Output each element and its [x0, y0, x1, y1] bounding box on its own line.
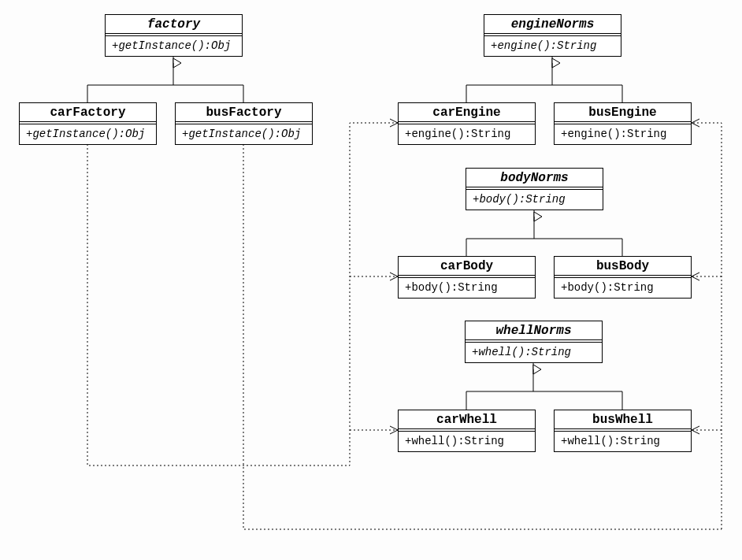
class-method: +body():String — [555, 278, 691, 298]
class-method: +engine():String — [484, 36, 621, 56]
class-method: +whell():String — [399, 432, 535, 451]
class-title: carEngine — [399, 103, 535, 122]
gen-factory — [87, 55, 243, 102]
class-factory: factory +getInstance():Obj — [105, 14, 243, 57]
class-busWhell: busWhell +whell():String — [554, 410, 692, 452]
class-method: +whell():String — [466, 343, 602, 362]
class-carBody: carBody +body():String — [398, 256, 536, 299]
gen-bodyNorms — [466, 209, 622, 256]
class-busEngine: busEngine +engine():String — [554, 102, 692, 145]
class-engineNorms: engineNorms +engine():String — [484, 14, 621, 57]
class-busBody: busBody +body():String — [554, 256, 692, 299]
class-carFactory: carFactory +getInstance():Obj — [19, 102, 157, 145]
class-title: carBody — [399, 257, 535, 276]
class-method: +getInstance():Obj — [106, 36, 242, 56]
class-title: busBody — [555, 257, 691, 276]
dependencies — [87, 123, 722, 529]
class-title: bodyNorms — [466, 169, 603, 187]
class-title: whellNorms — [466, 321, 602, 340]
class-title: busEngine — [555, 103, 691, 122]
class-method: +getInstance():Obj — [176, 124, 312, 144]
class-carEngine: carEngine +engine():String — [398, 102, 536, 145]
class-bodyNorms: bodyNorms +body():String — [466, 168, 603, 210]
class-method: +engine():String — [399, 124, 535, 144]
class-method: +getInstance():Obj — [20, 124, 156, 144]
dep-busFactory-busEngine — [692, 123, 722, 529]
class-title: carFactory — [20, 103, 156, 122]
class-method: +body():String — [399, 278, 535, 298]
class-method: +whell():String — [555, 432, 691, 451]
gen-engineNorms — [466, 55, 622, 102]
dep-carFactory-carEngine — [87, 123, 398, 465]
gen-whellNorms — [466, 362, 622, 410]
uml-diagram: factory +getInstance():Obj carFactory +g… — [0, 0, 742, 560]
class-method: +body():String — [466, 190, 603, 210]
class-busFactory: busFactory +getInstance():Obj — [175, 102, 313, 145]
class-title: busWhell — [555, 410, 691, 429]
class-method: +engine():String — [555, 124, 691, 144]
class-title: factory — [106, 15, 242, 34]
class-title: busFactory — [176, 103, 312, 122]
class-title: carWhell — [399, 410, 535, 429]
class-whellNorms: whellNorms +whell():String — [465, 321, 603, 363]
class-title: engineNorms — [484, 15, 621, 34]
class-carWhell: carWhell +whell():String — [398, 410, 536, 452]
